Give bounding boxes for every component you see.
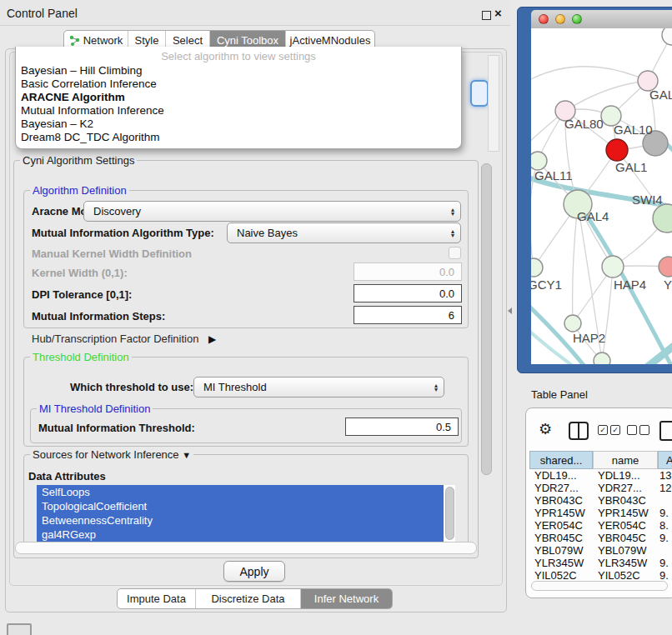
tab-discretize-data[interactable]: Discretize Data [195, 589, 300, 608]
kernel-width-field[interactable]: 0.0 [354, 262, 462, 281]
expand-right-icon: ▶ [208, 333, 216, 345]
attribute-item[interactable]: SelfLoops [37, 485, 444, 499]
table-cell: YDR27... [598, 482, 642, 494]
network-node[interactable] [659, 257, 672, 277]
table-row[interactable]: YDR27...YDR27...12 [526, 482, 672, 494]
deselect-all-columns-icon[interactable] [627, 425, 649, 435]
table-cell: YDL19... [534, 469, 577, 482]
algorithm-options: Bayesian – Hill ClimbingBasic Correlatio… [16, 64, 461, 144]
table-panel-title: Table Panel [531, 388, 588, 401]
control-panel-title: Control Panel [7, 7, 78, 20]
algorithm-option[interactable]: ARACNE Algorithm [16, 91, 461, 104]
focused-combo-fragment[interactable] [470, 80, 489, 107]
network-node[interactable] [594, 352, 610, 364]
algorithm-option[interactable]: Basic Correlation Inference [16, 78, 461, 91]
table-cell: 8. [659, 519, 669, 532]
mi-threshold-label: Mutual Information Threshold: [38, 422, 195, 434]
column-visibility-icon[interactable] [569, 422, 589, 440]
algorithm-option[interactable]: Mutual Information Inference [16, 104, 461, 118]
column-header-name[interactable]: name [593, 451, 658, 469]
network-graph: GALGAL80GAL10GAL1GAL11GAL4SWI4GCY1HAP4YH… [531, 28, 672, 364]
zoom-traffic-light-icon[interactable] [572, 14, 582, 24]
node-label: HAP4 [614, 278, 646, 292]
algorithm-option[interactable]: Bayesian – Hill Climbing [16, 64, 461, 78]
table-cell: 9. [659, 532, 669, 544]
tab-infer-network[interactable]: Infer Network [300, 589, 392, 608]
mi-threshold-field[interactable]: 0.5 [345, 418, 459, 436]
kernel-width-label: Kernel Width (0,1): [32, 267, 128, 279]
table-cell: YLR345W [598, 557, 647, 569]
settings-hscrollbar[interactable] [15, 542, 477, 554]
dpi-tolerance-label: DPI Tolerance [0,1]: [32, 288, 132, 301]
algorithm-dropdown-list: Select algorithm to view settings Bayesi… [15, 47, 462, 149]
tab-impute-data[interactable]: Impute Data [118, 589, 195, 608]
table-row[interactable]: YBR045CYBR045C9. [526, 532, 672, 544]
table-cell: YBR043C [534, 494, 583, 507]
table-cell: YBL079W [598, 544, 647, 557]
cyni-settings-title: Cyni Algorithm Settings [20, 154, 137, 167]
attribute-item[interactable]: gal4RGexp [37, 528, 444, 542]
settings-scrollbar[interactable] [481, 163, 492, 475]
table-cell: 12 [659, 482, 671, 494]
aracne-mode-combo[interactable]: Discovery ▴▾ [83, 201, 461, 222]
data-attributes-label: Data Attributes [28, 470, 106, 482]
mi-type-combo[interactable]: Naive Bayes ▴▾ [227, 222, 461, 243]
table-hscrollbar[interactable] [531, 581, 668, 591]
network-node[interactable] [606, 139, 628, 161]
table-mode-icon[interactable] [659, 421, 672, 441]
minimize-traffic-light-icon[interactable] [555, 14, 565, 24]
dpi-tolerance-field[interactable]: 0.0 [354, 284, 462, 302]
column-header-shared[interactable]: shared... [529, 451, 593, 469]
network-node[interactable] [531, 258, 543, 277]
collapse-down-icon[interactable]: ▼ [182, 450, 191, 460]
node-label: GAL4 [577, 209, 609, 223]
collapsed-panel-icon[interactable] [7, 623, 32, 635]
node-label: Y [664, 278, 672, 292]
float-window-icon[interactable] [482, 11, 491, 20]
close-icon[interactable]: × [494, 6, 502, 20]
table-row[interactable]: YIL052CYIL052C9. [526, 569, 672, 582]
network-window-titlebar[interactable] [531, 10, 672, 28]
algorithm-option[interactable]: Bayesian – K2 [16, 118, 461, 131]
table-cell: YDL19... [598, 469, 640, 482]
attributes-scrollbar[interactable] [445, 487, 454, 540]
upper-scrollbar[interactable] [488, 55, 499, 152]
table-cell: YBR045C [534, 532, 583, 544]
table-row[interactable]: YBR043CYBR043C [526, 494, 672, 507]
splitter-collapse-icon[interactable] [508, 308, 512, 314]
network-node[interactable] [602, 256, 624, 278]
cyni-bottom-tabs: Impute Data Discretize Data Infer Networ… [117, 588, 393, 609]
node-label: GAL80 [564, 117, 604, 131]
select-all-columns-icon[interactable]: ✓ ✓ [598, 425, 620, 435]
network-node[interactable] [531, 152, 547, 170]
table-row[interactable]: YDL19...YDL19...13 [526, 469, 672, 482]
manual-kernel-checkbox[interactable] [449, 247, 461, 259]
attribute-item[interactable]: TopologicalCoefficient [37, 499, 444, 513]
table-row[interactable]: YLR345WYLR345W9. [526, 557, 672, 569]
node-label: GAL10 [614, 122, 653, 137]
attribute-item[interactable]: BetweennessCentrality [37, 513, 444, 528]
manual-kernel-label: Manual Kernel Width Definition [32, 248, 192, 260]
network-node[interactable] [653, 204, 672, 232]
gear-icon[interactable]: ⚙ [539, 420, 552, 438]
network-canvas[interactable]: GALGAL80GAL10GAL1GAL11GAL4SWI4GCY1HAP4YH… [531, 28, 672, 364]
column-header-partial[interactable]: A [658, 451, 672, 469]
table-cell: YDR27... [534, 482, 579, 494]
apply-button[interactable]: Apply [223, 561, 285, 582]
table-cell: 9. [659, 569, 669, 582]
table-row[interactable]: YER054CYER054C8. [526, 519, 672, 532]
algorithm-option[interactable]: Dream8 DC_TDC Algorithm [16, 131, 461, 144]
which-threshold-combo[interactable]: MI Threshold ▴▾ [193, 377, 444, 398]
table-cell: 13 [659, 469, 671, 482]
network-node[interactable] [564, 315, 581, 332]
tab-label: Network [83, 34, 123, 47]
data-attributes-list[interactable]: SelfLoopsTopologicalCoefficientBetweenne… [37, 485, 455, 542]
table-row[interactable]: YPR145WYPR145W9. [526, 507, 672, 519]
table-row[interactable]: YBL079WYBL079W [526, 544, 672, 557]
mi-steps-field[interactable]: 6 [354, 306, 462, 324]
which-threshold-label: Which threshold to use: [70, 381, 193, 393]
network-node[interactable] [662, 28, 672, 45]
node-label: HAP2 [573, 331, 605, 345]
close-traffic-light-icon[interactable] [539, 14, 549, 24]
hub-definition-expander[interactable]: Hub/Transcription Factor Definition ▶ [32, 332, 216, 345]
